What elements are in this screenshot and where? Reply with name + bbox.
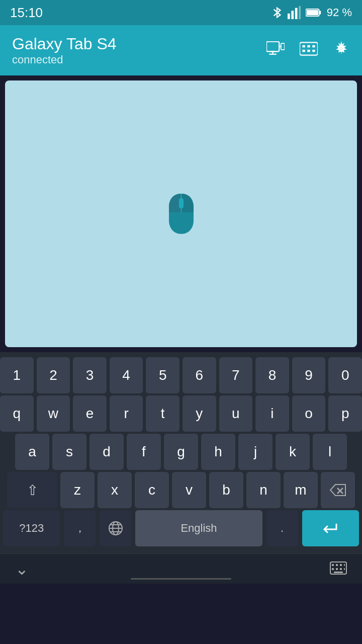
qwerty-row: q w e r t y u i o p xyxy=(0,395,362,432)
svg-rect-15 xyxy=(307,45,310,47)
status-bar: 15:10 92 % xyxy=(0,0,362,25)
key-v[interactable]: v xyxy=(172,472,206,508)
key-g[interactable]: g xyxy=(164,434,198,470)
svg-rect-19 xyxy=(312,49,315,52)
svg-rect-18 xyxy=(307,49,310,52)
key-f[interactable]: f xyxy=(127,434,161,470)
mouse-cursor-icon xyxy=(165,191,198,236)
spacebar[interactable]: English xyxy=(135,510,262,546)
svg-rect-39 xyxy=(334,572,343,573)
key-k[interactable]: k xyxy=(276,434,310,470)
svg-rect-2 xyxy=(295,8,298,19)
key-n[interactable]: n xyxy=(246,472,281,508)
signal-icon xyxy=(288,6,301,19)
key-s[interactable]: s xyxy=(52,434,86,470)
svg-rect-1 xyxy=(291,11,294,19)
key-l[interactable]: l xyxy=(313,434,347,470)
svg-rect-22 xyxy=(179,198,184,208)
svg-rect-34 xyxy=(344,564,345,566)
svg-rect-37 xyxy=(340,568,342,570)
number-row: 1 2 3 4 5 6 7 8 9 0 xyxy=(0,357,362,393)
bottom-bar: ⌄ xyxy=(0,553,362,584)
app-bar-actions xyxy=(266,40,350,61)
svg-rect-5 xyxy=(319,11,321,14)
device-name: Galaxy Tab S4 xyxy=(12,35,117,53)
key-z[interactable]: z xyxy=(60,472,95,508)
key-r[interactable]: r xyxy=(110,395,143,432)
svg-rect-31 xyxy=(332,564,334,566)
chevron-down-icon[interactable]: ⌄ xyxy=(15,559,29,579)
asdf-row: a s d f g h j k l xyxy=(0,434,362,470)
touchpad-area[interactable] xyxy=(5,80,357,347)
key-p[interactable]: p xyxy=(328,395,362,432)
comma-key[interactable]: ， xyxy=(64,510,96,546)
svg-rect-35 xyxy=(332,568,334,570)
svg-rect-0 xyxy=(288,14,290,19)
screen-mirror-button[interactable] xyxy=(266,41,285,60)
key-u[interactable]: u xyxy=(219,395,253,432)
key-9[interactable]: 9 xyxy=(292,357,326,393)
key-c[interactable]: c xyxy=(135,472,169,508)
key-x[interactable]: x xyxy=(98,472,132,508)
settings-button[interactable] xyxy=(333,40,350,61)
app-bar-title: Galaxy Tab S4 connected xyxy=(12,35,117,66)
svg-rect-32 xyxy=(336,564,338,566)
key-8[interactable]: 8 xyxy=(255,357,289,393)
key-5[interactable]: 5 xyxy=(146,357,179,393)
globe-key[interactable] xyxy=(100,510,131,546)
key-a[interactable]: a xyxy=(15,434,49,470)
key-7[interactable]: 7 xyxy=(219,357,253,393)
key-j[interactable]: j xyxy=(238,434,273,470)
svg-rect-3 xyxy=(299,6,301,19)
svg-rect-7 xyxy=(266,41,279,51)
key-4[interactable]: 4 xyxy=(110,357,143,393)
battery-icon xyxy=(306,8,322,18)
key-i[interactable]: i xyxy=(255,395,289,432)
svg-rect-38 xyxy=(344,568,345,570)
svg-rect-13 xyxy=(300,42,318,55)
key-0[interactable]: 0 xyxy=(328,357,362,393)
svg-rect-33 xyxy=(340,564,342,566)
status-time: 15:10 xyxy=(10,5,43,21)
keyboard: 1 2 3 4 5 6 7 8 9 0 q w e r t y u i o p … xyxy=(0,352,362,553)
shift-key[interactable]: ⇧ xyxy=(7,472,57,508)
svg-rect-8 xyxy=(281,43,285,50)
bluetooth-icon xyxy=(272,6,283,19)
svg-rect-36 xyxy=(336,568,338,570)
key-m[interactable]: m xyxy=(284,472,318,508)
battery-level: 92 % xyxy=(327,6,352,19)
navigation-indicator xyxy=(131,578,231,580)
key-e[interactable]: e xyxy=(73,395,107,432)
svg-rect-16 xyxy=(312,45,315,47)
status-icons: 92 % xyxy=(272,6,352,19)
backspace-key[interactable] xyxy=(321,472,355,508)
key-d[interactable]: d xyxy=(89,434,124,470)
svg-rect-6 xyxy=(307,10,318,16)
key-6[interactable]: 6 xyxy=(183,357,216,393)
key-t[interactable]: t xyxy=(146,395,179,432)
key-2[interactable]: 2 xyxy=(37,357,70,393)
keyboard-toggle-button[interactable] xyxy=(300,42,318,59)
number-symbol-key[interactable]: ?123 xyxy=(3,510,60,546)
enter-key[interactable] xyxy=(302,510,359,546)
period-key[interactable]: . xyxy=(266,510,298,546)
key-y[interactable]: y xyxy=(183,395,216,432)
key-1[interactable]: 1 xyxy=(0,357,34,393)
key-q[interactable]: q xyxy=(0,395,34,432)
key-o[interactable]: o xyxy=(292,395,326,432)
connection-status: connected xyxy=(12,53,117,66)
svg-rect-17 xyxy=(302,49,305,52)
key-w[interactable]: w xyxy=(37,395,70,432)
key-3[interactable]: 3 xyxy=(73,357,107,393)
key-b[interactable]: b xyxy=(209,472,243,508)
bottom-row: ?123 ， English . xyxy=(0,510,362,546)
keyboard-icon[interactable] xyxy=(330,561,347,577)
app-bar: Galaxy Tab S4 connected xyxy=(0,25,362,75)
key-h[interactable]: h xyxy=(201,434,235,470)
zxcv-row: ⇧ z x c v b n m xyxy=(0,472,362,508)
svg-rect-14 xyxy=(302,45,305,47)
